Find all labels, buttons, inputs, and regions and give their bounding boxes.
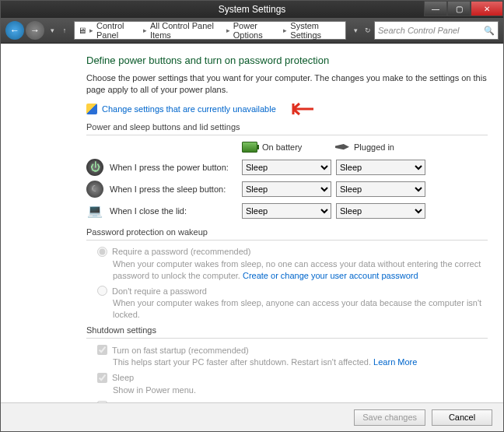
lid-row: 💻 When I close the lid: Sleep Sleep	[86, 202, 488, 220]
power-plugged-select[interactable]: Sleep	[336, 160, 425, 175]
power-button-label: When I press the power button:	[110, 163, 242, 172]
content-area: Define power buttons and turn on passwor…	[1, 44, 503, 402]
sleep-label: Sleep	[112, 373, 134, 382]
sleep-battery-select[interactable]: Sleep	[242, 181, 331, 197]
lid-label: When I close the lid:	[110, 206, 242, 216]
crumb-1[interactable]: All Control Panel Items	[150, 21, 223, 40]
create-password-link[interactable]: Create or change your user account passw…	[243, 271, 418, 280]
crumb-2[interactable]: Power Options	[233, 21, 281, 40]
shield-icon	[86, 104, 97, 114]
dont-require-row: Don't require a password	[97, 286, 488, 296]
divider	[86, 240, 488, 241]
crumb-3[interactable]: System Settings	[290, 21, 342, 40]
password-section-title: Password protection on wakeup	[86, 227, 488, 237]
navbar: ← → ▾ ↑ 🖥 ▸ Control Panel ▸ All Control …	[1, 18, 503, 44]
breadcrumb-icon: 🖥	[78, 26, 86, 35]
breadcrumb[interactable]: 🖥 ▸ Control Panel ▸ All Control Panel It…	[74, 21, 346, 40]
window: System Settings — ▢ ✕ ← → ▾ ↑ 🖥 ▸ Contro…	[0, 0, 504, 432]
hibernate-checkbox	[97, 401, 107, 402]
change-settings-link[interactable]: Change settings that are currently unava…	[102, 104, 276, 114]
forward-button[interactable]: →	[26, 21, 44, 40]
divider	[86, 338, 488, 339]
sleep-plugged-select[interactable]: Sleep	[336, 181, 425, 197]
learn-more-link[interactable]: Learn More	[373, 357, 417, 367]
search-input[interactable]: Search Control Panel 🔍	[374, 21, 499, 40]
chevron-right-icon: ▸	[89, 26, 93, 34]
back-button[interactable]: ←	[5, 21, 24, 40]
history-dropdown[interactable]: ▾	[46, 22, 58, 39]
fast-startup-label: Turn on fast startup (recommended)	[112, 346, 249, 355]
plug-icon	[335, 142, 349, 152]
shutdown-section-title: Shutdown settings	[86, 325, 488, 335]
sleep-checkbox	[97, 373, 107, 383]
window-buttons: — ▢ ✕	[424, 1, 503, 16]
buttons-section-title: Power and sleep buttons and lid settings	[86, 122, 488, 132]
dont-require-desc: When your computer wakes from sleep, any…	[113, 297, 488, 321]
password-group: Require a password (recommended) When yo…	[86, 247, 488, 321]
search-icon: 🔍	[484, 26, 495, 36]
shutdown-group: Turn on fast startup (recommended) This …	[86, 345, 488, 402]
sleep-icon: ☾	[86, 181, 103, 198]
plugged-in-header: Plugged in	[335, 142, 429, 152]
require-password-desc: When your computer wakes from sleep, no …	[113, 258, 488, 282]
lid-plugged-select[interactable]: Sleep	[336, 203, 425, 219]
red-arrow-annotation	[281, 100, 315, 118]
require-password-row: Require a password (recommended)	[97, 247, 488, 257]
require-password-radio	[97, 247, 107, 257]
titlebar: System Settings — ▢ ✕	[1, 1, 503, 18]
power-icon: ⏻	[86, 159, 103, 176]
column-headers: On battery Plugged in	[86, 142, 488, 153]
page-description: Choose the power settings that you want …	[86, 72, 488, 96]
maximize-button[interactable]: ▢	[447, 1, 471, 16]
cancel-button[interactable]: Cancel	[432, 409, 492, 426]
power-button-row: ⏻ When I press the power button: Sleep S…	[86, 159, 488, 176]
save-button: Save changes	[354, 409, 425, 426]
require-password-label: Require a password (recommended)	[112, 247, 251, 256]
lid-icon: 💻	[86, 202, 103, 220]
sleep-button-row: ☾ When I press the sleep button: Sleep S…	[86, 181, 488, 198]
chevron-right-icon: ▸	[226, 26, 230, 34]
up-button[interactable]: ↑	[58, 22, 71, 39]
minimize-button[interactable]: —	[424, 1, 447, 16]
page-heading: Define power buttons and turn on passwor…	[86, 54, 488, 66]
search-placeholder: Search Control Panel	[378, 26, 460, 35]
power-battery-select[interactable]: Sleep	[242, 160, 331, 175]
crumb-0[interactable]: Control Panel	[96, 21, 140, 40]
on-battery-header: On battery	[242, 142, 335, 153]
refresh-button[interactable]: ↻	[362, 22, 374, 39]
dont-require-radio	[97, 286, 107, 296]
chevron-right-icon: ▸	[143, 26, 147, 34]
breadcrumb-dropdown[interactable]: ▾	[349, 22, 362, 39]
close-button[interactable]: ✕	[471, 1, 503, 16]
sleep-desc: Show in Power menu.	[113, 385, 488, 396]
hibernate-label: Hibernate	[112, 401, 149, 402]
dont-require-label: Don't require a password	[112, 286, 207, 296]
footer: Save changes Cancel	[1, 402, 503, 431]
chevron-right-icon: ▸	[283, 26, 287, 34]
change-settings-row: Change settings that are currently unava…	[86, 100, 488, 118]
battery-icon	[242, 142, 257, 153]
divider	[86, 135, 488, 135]
fast-startup-checkbox	[97, 345, 107, 355]
lid-battery-select[interactable]: Sleep	[242, 203, 331, 219]
fast-startup-desc: This helps start your PC faster after sh…	[113, 356, 488, 368]
sleep-button-label: When I press the sleep button:	[110, 184, 242, 194]
